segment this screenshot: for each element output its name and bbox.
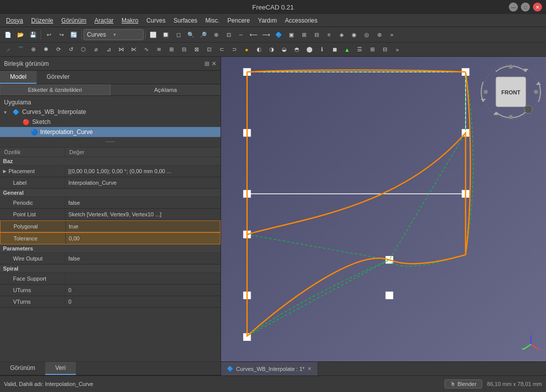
menu-pencere[interactable]: Pencere [224, 16, 254, 25]
tb-view3[interactable]: ◻ [172, 29, 184, 41]
workbench-dropdown[interactable]: Curves ▾ [83, 29, 144, 40]
tb-curve2[interactable]: ⌒ [15, 44, 27, 56]
tb-curve25[interactable]: ⬤ [303, 44, 315, 56]
bottom-tab-veri[interactable]: Veri [45, 362, 76, 375]
tb-view2[interactable]: 🔲 [160, 29, 172, 41]
menu-misc[interactable]: Misc. [201, 16, 224, 25]
compass-widget[interactable]: FRONT [481, 62, 541, 122]
tb-view16[interactable]: ◈ [336, 29, 348, 41]
viewport-tab-curves[interactable]: 🔷 Curves_WB_Interpolate : 1* ✕ [221, 362, 318, 375]
tb-curve4[interactable]: ✱ [40, 44, 52, 56]
tb-view14[interactable]: ⊟ [310, 29, 322, 41]
tb-view19[interactable]: ⊛ [373, 29, 385, 41]
menu-curves[interactable]: Curves [142, 16, 169, 25]
tb-curve7[interactable]: ⬡ [77, 44, 89, 56]
icon-sketch: 🔴 [22, 118, 30, 126]
tb-curve3[interactable]: ⊕ [27, 44, 39, 56]
menu-accessories[interactable]: Accessories [281, 16, 321, 25]
menu-duzenle[interactable]: Düzenle [27, 16, 57, 25]
tb-curve24[interactable]: ◓ [291, 44, 303, 56]
tb-undo[interactable]: ↩ [43, 29, 55, 41]
prop-row-pointlist[interactable]: Point List Sketch [Vertex8, Vertex9, Ver… [0, 209, 221, 220]
tb-curve8[interactable]: ⌀ [90, 44, 102, 56]
tb-curve16[interactable]: ⊠ [190, 44, 202, 56]
tb-new[interactable]: 📄 [2, 29, 14, 41]
menu-gorunum[interactable]: Görünüm [57, 16, 90, 25]
tb-view18[interactable]: ◎ [361, 29, 373, 41]
prop-row-uturns[interactable]: UTurns 0 [0, 285, 221, 296]
menu-yardim[interactable]: Yardım [254, 16, 281, 25]
tb-curve19[interactable]: ⊃ [228, 44, 240, 56]
tb-curve23[interactable]: ◒ [278, 44, 290, 56]
tb-view17[interactable]: ◉ [348, 29, 360, 41]
tab-model[interactable]: Model [0, 71, 37, 84]
tb-save[interactable]: 💾 [27, 29, 39, 41]
tree-label-curves-wb: Curves_WB_Interpolate [22, 108, 86, 115]
tb-redo[interactable]: ↪ [55, 29, 67, 41]
tb-curve6[interactable]: ↺ [65, 44, 77, 56]
prop-row-facesupport[interactable]: Face Support [0, 273, 221, 285]
tab-gorevler[interactable]: Görevler [37, 71, 80, 84]
tb-curve29[interactable]: ☰ [354, 44, 366, 56]
tb-curve17[interactable]: ⊡ [203, 44, 215, 56]
subtab-etiketler[interactable]: Etiketler & öznitelikleri [0, 84, 110, 95]
prop-row-wireoutput[interactable]: Wire Output false [0, 253, 221, 265]
tb-view6[interactable]: ⊕ [210, 29, 222, 41]
tb-curve5[interactable]: ⟳ [52, 44, 64, 56]
tb-curve21[interactable]: ◐ [253, 44, 265, 56]
tb-curve1[interactable]: ⟋ [2, 44, 14, 56]
prop-row-vturns[interactable]: VTurns 0 [0, 296, 221, 308]
panel-expand-btn[interactable]: ⊞ [204, 60, 209, 67]
tb-view15[interactable]: ≡ [323, 29, 335, 41]
tree-item-interp[interactable]: 🔵 Interpolation_Curve [0, 127, 221, 137]
tb-curve32[interactable]: » [391, 44, 403, 56]
subtab-aciklama[interactable]: Açıklama [111, 84, 221, 95]
tb-zoom-fit[interactable]: ⊞ [298, 29, 310, 41]
bottom-tab-gorunum[interactable]: Görünüm [0, 362, 45, 375]
prop-row-placement[interactable]: ▶ Placement [(0,00 0,00 1,00); 0,00 °; (… [0, 166, 221, 177]
maximize-button[interactable]: □ [521, 3, 530, 12]
blender-badge[interactable]: 🖱 Blender [445, 379, 482, 388]
tb-view1[interactable]: ⬜ [147, 29, 159, 41]
tb-curve20[interactable]: ● [241, 44, 253, 56]
tb-curve26[interactable]: ℹ [316, 44, 328, 56]
tb-view5[interactable]: 🔎 [197, 29, 209, 41]
tb-view10[interactable]: ⟶ [260, 29, 272, 41]
tb-curve28[interactable]: ▲ [341, 44, 353, 56]
prop-row-label[interactable]: Label Interpolation_Curve [0, 177, 221, 189]
tb-view11[interactable]: 🔷 [273, 29, 285, 41]
tb-curve14[interactable]: ⊞ [165, 44, 177, 56]
vp-tab-close[interactable]: ✕ [307, 366, 311, 371]
tb-curve9[interactable]: ⊿ [102, 44, 115, 56]
tb-curve11[interactable]: ⋉ [128, 44, 140, 56]
tb-view9[interactable]: ⟵ [248, 29, 260, 41]
tb-curve22[interactable]: ◑ [266, 44, 278, 56]
menu-makro[interactable]: Makro [118, 16, 142, 25]
menu-dosya[interactable]: Dosya [2, 16, 27, 25]
tb-refresh[interactable]: 🔄 [68, 29, 80, 41]
tb-more[interactable]: » [386, 29, 398, 41]
tb-curve13[interactable]: ≋ [153, 44, 165, 56]
tb-curve27[interactable]: ◼ [329, 44, 341, 56]
tree-item-curves-wb[interactable]: ▾ 🔷 Curves_WB_Interpolate [0, 107, 221, 117]
menu-surfaces[interactable]: Surfaces [169, 16, 201, 25]
tb-view4[interactable]: 🔍 [185, 29, 197, 41]
tb-open[interactable]: 📂 [15, 29, 27, 41]
menu-araclar[interactable]: Araçlar [90, 16, 118, 25]
prop-row-tolerance[interactable]: Tolerance 0,00 [0, 232, 221, 244]
tb-view8[interactable]: ↔ [235, 29, 247, 41]
minimize-button[interactable]: — [509, 3, 518, 12]
tb-curve18[interactable]: ⊂ [215, 44, 228, 56]
tb-curve10[interactable]: ⋈ [115, 44, 127, 56]
tb-view7[interactable]: ⊡ [223, 29, 235, 41]
tb-curve15[interactable]: ⊟ [178, 44, 190, 56]
panel-close-btn[interactable]: ✕ [211, 60, 216, 67]
tb-view12[interactable]: ▣ [285, 29, 297, 41]
close-button[interactable]: ✕ [533, 3, 542, 12]
tb-curve31[interactable]: ⊟ [379, 44, 391, 56]
tree-item-sketch[interactable]: 🔴 Sketch [0, 117, 221, 127]
prop-row-polygonal[interactable]: Polygonal true [0, 220, 221, 232]
tb-curve30[interactable]: ⊞ [366, 44, 378, 56]
tb-curve12[interactable]: ∿ [140, 44, 152, 56]
prop-row-periodic[interactable]: Periodic false [0, 197, 221, 209]
